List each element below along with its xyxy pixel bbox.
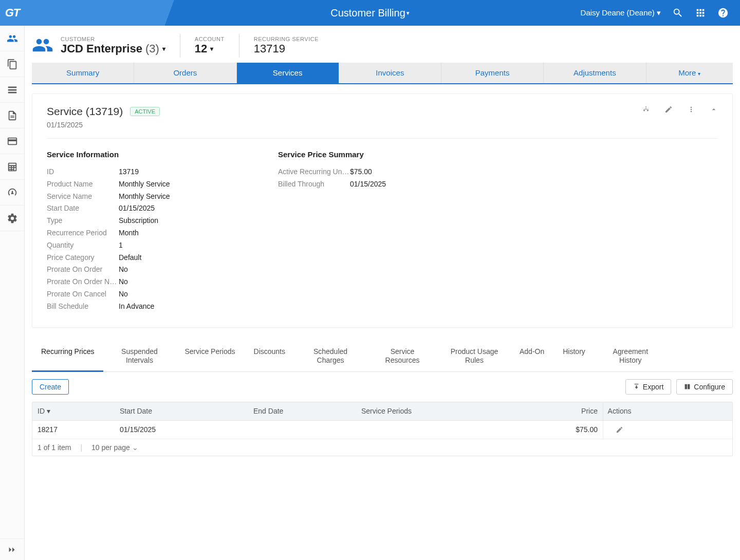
download-icon <box>633 383 640 390</box>
help-icon[interactable] <box>717 7 729 18</box>
col-actions: Actions <box>603 402 636 420</box>
result-count: 1 of 1 item <box>38 443 71 452</box>
grid-toolbar: Create Export Configure <box>32 372 733 402</box>
subtab-product-usage-rules[interactable]: Product Usage Rules <box>438 342 510 371</box>
page-size-picker[interactable]: 10 per page ⌄ <box>91 443 138 452</box>
card-date: 01/15/2025 <box>47 121 160 129</box>
col-end-date[interactable]: End Date <box>248 407 356 415</box>
tab-invoices[interactable]: Invoices <box>339 63 441 83</box>
subtab-service-periods[interactable]: Service Periods <box>175 342 244 371</box>
chevron-down-icon: ▾ <box>698 71 700 77</box>
sidebar-item-payments[interactable] <box>0 128 24 154</box>
context-header: CUSTOMER JCD Enterprise (3) ▾ ACCOUNT 12… <box>32 32 733 63</box>
account-picker[interactable]: 12 ▾ <box>195 42 225 55</box>
tab-services[interactable]: Services <box>237 63 339 83</box>
subtab-service-resources[interactable]: Service Resources <box>366 342 438 371</box>
prices-grid: ID ▾ Start Date End Date Service Periods… <box>32 402 733 456</box>
service-label: RECURRING SERVICE <box>254 36 319 42</box>
sidebar-expand-toggle[interactable] <box>0 538 24 560</box>
grid-header-row: ID ▾ Start Date End Date Service Periods… <box>32 402 732 421</box>
cell-id: 18217 <box>32 425 115 434</box>
columns-icon <box>684 383 691 390</box>
price-summary-heading: Service Price Summary <box>278 150 478 159</box>
chevron-up-icon[interactable] <box>710 105 718 114</box>
cell-start: 01/15/2025 <box>115 425 248 434</box>
customer-picker[interactable]: JCD Enterprise (3) ▾ <box>61 42 165 55</box>
create-button[interactable]: Create <box>32 379 69 395</box>
subtab-recurring-prices[interactable]: Recurring Prices <box>32 342 103 372</box>
topbar: GT Customer Billing ▾ Daisy Deane (Deane… <box>0 0 740 26</box>
customer-icon <box>32 34 61 58</box>
export-button[interactable]: Export <box>625 379 671 395</box>
subtab-add-on[interactable]: Add-On <box>510 342 553 371</box>
edit-icon[interactable] <box>616 426 623 434</box>
search-icon[interactable] <box>672 7 683 18</box>
sidebar-item-calculator[interactable] <box>0 154 24 180</box>
subtab-agreement-history[interactable]: Agreement History <box>595 342 667 371</box>
table-row[interactable]: 18217 01/15/2025 $75.00 <box>32 421 732 439</box>
tab-summary[interactable]: Summary <box>32 63 134 83</box>
status-badge: ACTIVE <box>130 107 160 116</box>
app-logo[interactable]: GT <box>0 0 25 26</box>
subtab-discounts[interactable]: Discounts <box>245 342 294 371</box>
chevron-down-icon: ▾ <box>406 10 410 16</box>
chevron-down-icon: ▾ <box>162 45 165 52</box>
cell-price: $75.00 <box>510 425 603 434</box>
tab-orders[interactable]: Orders <box>134 63 236 83</box>
tab-more[interactable]: More▾ <box>646 63 733 83</box>
tab-payments[interactable]: Payments <box>441 63 544 83</box>
tab-adjustments[interactable]: Adjustments <box>544 63 646 83</box>
service-info-heading: Service Information <box>47 150 247 159</box>
sidebar-item-services[interactable] <box>0 77 24 103</box>
subtab-history[interactable]: History <box>553 342 595 371</box>
col-price[interactable]: Price <box>510 407 603 415</box>
hierarchy-icon[interactable] <box>642 105 650 114</box>
chevron-down-icon: ▾ <box>657 8 661 17</box>
service-card: Service (13719) ACTIVE 01/15/2025 Servic… <box>32 94 733 328</box>
card-title: Service (13719) <box>47 105 123 118</box>
main-content: CUSTOMER JCD Enterprise (3) ▾ ACCOUNT 12… <box>25 26 740 560</box>
sidebar-item-settings[interactable] <box>0 206 24 231</box>
module-title: Customer Billing <box>330 7 405 19</box>
configure-button[interactable]: Configure <box>676 379 733 395</box>
customer-label: CUSTOMER <box>61 36 165 42</box>
apps-grid-icon[interactable] <box>695 7 706 18</box>
sidebar <box>0 26 25 560</box>
grid-footer: 1 of 1 item | 10 per page ⌄ <box>32 439 732 456</box>
sidebar-item-customers[interactable] <box>0 26 24 51</box>
service-id: 13719 <box>254 42 319 55</box>
col-id[interactable]: ID ▾ <box>32 407 115 415</box>
subtab-scheduled-charges[interactable]: Scheduled Charges <box>294 342 366 371</box>
account-label: ACCOUNT <box>195 36 225 42</box>
sidebar-item-invoices[interactable] <box>0 103 24 128</box>
col-start-date[interactable]: Start Date <box>115 407 248 415</box>
sidebar-item-dashboard[interactable] <box>0 180 24 206</box>
sidebar-item-orders[interactable] <box>0 51 24 77</box>
chevron-down-icon: ⌄ <box>132 443 138 452</box>
col-service-periods[interactable]: Service Periods <box>356 407 510 415</box>
module-dropdown[interactable]: Customer Billing ▾ <box>330 7 410 19</box>
sort-desc-icon: ▾ <box>47 407 50 415</box>
user-menu[interactable]: Daisy Deane (Deane) ▾ <box>581 8 661 17</box>
service-subtabs: Recurring Prices Suspended Intervals Ser… <box>32 342 733 372</box>
main-tabs: Summary Orders Services Invoices Payment… <box>32 63 733 84</box>
subtab-suspended-intervals[interactable]: Suspended Intervals <box>103 342 175 371</box>
edit-icon[interactable] <box>664 105 673 114</box>
more-vertical-icon[interactable] <box>687 105 695 114</box>
chevron-down-icon: ▾ <box>210 45 213 52</box>
